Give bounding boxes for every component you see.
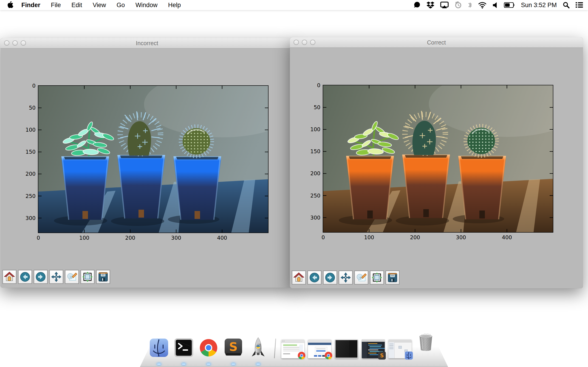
save-button[interactable]: [96, 270, 110, 284]
running-indicator: [257, 364, 260, 365]
back-button[interactable]: [307, 270, 321, 285]
desktop: Finder File Edit View Go Window Help: [0, 0, 588, 367]
xtick-label: 100: [79, 235, 89, 241]
titlebar[interactable]: Incorrect: [0, 38, 294, 48]
menu-view[interactable]: View: [87, 0, 111, 10]
menu-edit[interactable]: Edit: [66, 0, 87, 10]
mpl-toolbar: [292, 270, 400, 285]
configure-subplots-button[interactable]: [370, 270, 384, 285]
figure-window-incorrect: Incorrect: [0, 38, 294, 288]
pan-button[interactable]: [338, 270, 353, 285]
home-button[interactable]: [2, 270, 17, 284]
menu-go[interactable]: Go: [111, 0, 130, 10]
xtick-label: 200: [125, 235, 135, 241]
xtick-label: 400: [217, 235, 227, 241]
dock-terminal-icon[interactable]: [173, 337, 194, 358]
dock: S: [140, 328, 448, 367]
ytick-label: 150: [26, 149, 36, 155]
bluetooth-icon[interactable]: [468, 1, 472, 9]
chrome-badge-icon: [324, 351, 333, 360]
forward-button[interactable]: [323, 270, 337, 285]
xtick-label: 0: [37, 235, 40, 241]
rgb-image: [323, 85, 553, 232]
ytick-label: 100: [26, 127, 36, 133]
figure-window-correct: Correct: [290, 37, 583, 288]
plot-axes-incorrect: 0 50 100 150 200 250 300 0 100 200 300 4…: [38, 85, 268, 233]
apple-menu-icon[interactable]: [6, 0, 14, 10]
ytick-label: 100: [310, 126, 320, 132]
volume-icon[interactable]: [493, 1, 498, 9]
minimized-dark-terminal-window[interactable]: [335, 340, 358, 358]
ytick-label: 200: [26, 171, 36, 177]
notification-list-icon[interactable]: [576, 1, 583, 9]
ytick-label: 150: [310, 148, 320, 154]
menu-clock[interactable]: Sun 3:52 PM: [521, 2, 557, 9]
time-machine-icon[interactable]: [455, 1, 462, 9]
running-indicator: [182, 364, 185, 365]
minimized-sublime-code-window[interactable]: S: [362, 340, 385, 358]
running-indicator: [207, 364, 210, 365]
ytick-label: 50: [29, 105, 36, 111]
menu-finder[interactable]: Finder: [16, 0, 46, 10]
dropbox-icon[interactable]: [426, 1, 434, 9]
ytick-label: 50: [314, 104, 320, 110]
ytick-label: 0: [32, 83, 36, 89]
window-title: Incorrect: [0, 38, 294, 48]
chrome-badge-icon: [297, 351, 306, 360]
ytick-label: 300: [310, 215, 320, 221]
window-title: Correct: [290, 37, 583, 48]
sublime-badge-icon: S: [377, 351, 387, 360]
xtick-label: 100: [364, 234, 374, 240]
airplay-display-icon[interactable]: [440, 1, 449, 9]
zoom-to-rect-button[interactable]: [354, 270, 368, 285]
xtick-label: 300: [456, 234, 466, 240]
bgr-image: [38, 86, 268, 233]
titlebar[interactable]: Correct: [290, 37, 583, 48]
sublime-s-glyph: S: [380, 352, 384, 359]
xtick-label: 200: [410, 234, 420, 240]
forward-button[interactable]: [34, 270, 48, 284]
save-button[interactable]: [385, 270, 400, 285]
sublime-s-glyph: S: [229, 340, 237, 354]
xtick-label: 0: [321, 234, 325, 240]
menu-file[interactable]: File: [46, 0, 66, 10]
running-indicator: [157, 364, 161, 365]
ytick-label: 200: [310, 170, 320, 176]
menu-window[interactable]: Window: [130, 0, 163, 10]
zoom-to-rect-button[interactable]: [65, 270, 79, 284]
wifi-icon[interactable]: [478, 1, 486, 9]
xtick-label: 400: [502, 234, 512, 240]
dock-chrome-icon[interactable]: [198, 337, 219, 358]
menu-help[interactable]: Help: [163, 0, 186, 10]
configure-subplots-button[interactable]: [80, 270, 95, 284]
minimized-finder-window[interactable]: [389, 340, 412, 358]
spotlight-icon[interactable]: [563, 1, 570, 9]
plot-axes-correct: 0 50 100 150 200 250 300 0 100 200 300 4…: [323, 85, 553, 233]
running-indicator: [232, 364, 235, 365]
dock-python-rocket-icon[interactable]: [248, 337, 269, 358]
battery-icon[interactable]: [504, 1, 515, 9]
minimized-chrome-window-2[interactable]: [308, 340, 331, 358]
ytick-label: 250: [26, 193, 36, 199]
minimized-chrome-window-1[interactable]: [281, 340, 304, 358]
pan-button[interactable]: [49, 270, 63, 284]
dock-divider: [274, 339, 276, 358]
dock-finder-icon[interactable]: [148, 337, 170, 358]
mpl-toolbar: [2, 270, 110, 284]
home-button[interactable]: [292, 270, 306, 285]
ytick-label: 0: [317, 82, 320, 88]
ytick-label: 300: [26, 215, 36, 221]
back-button[interactable]: [18, 270, 32, 284]
chat-bubble-icon[interactable]: [413, 1, 421, 9]
dock-trash-icon[interactable]: [415, 331, 440, 358]
dock-front-edge: [140, 366, 448, 367]
finder-badge-icon: [404, 351, 414, 360]
ytick-label: 250: [310, 193, 320, 199]
dock-sublime-text-icon[interactable]: S: [223, 337, 244, 358]
xtick-label: 300: [171, 235, 181, 241]
menu-bar: Finder File Edit View Go Window Help: [0, 0, 588, 10]
